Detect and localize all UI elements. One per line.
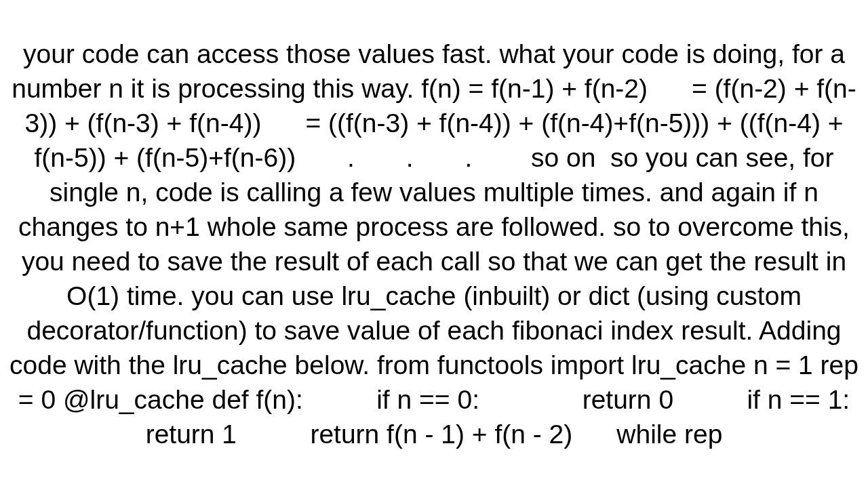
document-body: your code can access those values fast. … bbox=[7, 37, 861, 452]
